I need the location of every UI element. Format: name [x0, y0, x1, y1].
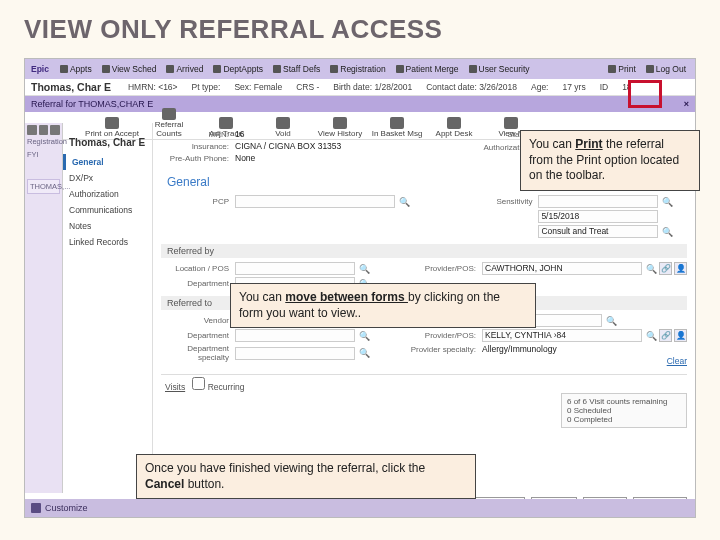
dept-specialty-label: Department specialty	[161, 344, 235, 362]
recurring-checkbox[interactable]	[192, 377, 205, 390]
person-icon[interactable]: 👤	[674, 329, 687, 342]
search-icon[interactable]: 🔍	[359, 348, 370, 359]
menu-patient-merge[interactable]: Patient Merge	[391, 64, 464, 74]
dept-label: Department	[161, 279, 235, 288]
person-icon[interactable]: 👤	[674, 262, 687, 275]
date-input[interactable]: 5/15/2018	[538, 210, 658, 223]
provider-to-label: Provider/POS:	[408, 331, 482, 340]
provider-pos-input[interactable]: CAWTHORN, JOHN	[482, 262, 642, 275]
lock-icon	[469, 65, 477, 73]
rail-fyi[interactable]: FYI	[27, 150, 60, 159]
callout-cancel: Once you have finished viewing the refer…	[136, 454, 476, 499]
search-icon[interactable]: 🔍	[646, 263, 657, 274]
search-icon[interactable]: 🔍	[606, 315, 617, 326]
visits-label: Visits	[165, 382, 185, 392]
visits-section: Visits Recurring	[161, 374, 687, 394]
rail-registration[interactable]: Registration	[27, 137, 60, 146]
search-icon[interactable]: 🔍	[662, 196, 673, 207]
ins-label: Insurance:	[161, 142, 235, 151]
patient-header: Thomas, Char E HMRN: <16> Pt type: Sex: …	[25, 79, 695, 96]
printer-icon	[608, 65, 616, 73]
menu-user-security[interactable]: User Security	[464, 64, 535, 74]
dept-specialty-input[interactable]	[235, 347, 355, 360]
callout-move: You can move between forms by clicking o…	[230, 283, 536, 328]
prov-specialty-value: Allergy/Immunology	[482, 344, 557, 354]
callout-print: You can Print the referral from the Prin…	[520, 130, 700, 191]
clipboard-icon	[330, 65, 338, 73]
search-icon[interactable]: 🔍	[359, 330, 370, 341]
rail-tab-patient[interactable]: THOMAS,...	[27, 179, 60, 194]
dept-to-label: Department	[161, 331, 235, 340]
dept-to-input[interactable]	[235, 329, 355, 342]
check-icon	[166, 65, 174, 73]
location-pos-input[interactable]	[235, 262, 355, 275]
nav-communications[interactable]: Communications	[63, 202, 152, 218]
nav-general[interactable]: General	[63, 154, 152, 170]
link-icon[interactable]: 🔗	[659, 262, 672, 275]
menu-view-sched[interactable]: View Sched	[97, 64, 162, 74]
sensitivity-label: Sensitivity	[464, 197, 538, 206]
prov-specialty-label: Provider specialty:	[408, 345, 482, 354]
search-icon[interactable]: 🔍	[399, 196, 410, 207]
grid-icon	[60, 65, 68, 73]
referral-bar: Referral for THOMAS,CHAR E ×	[25, 96, 695, 112]
menu-appts[interactable]: Appts	[55, 64, 97, 74]
merge-icon	[396, 65, 404, 73]
customize-link[interactable]: Customize	[45, 503, 88, 513]
visit-counts-card: 6 of 6 Visit counts remaining 0 Schedule…	[561, 393, 687, 428]
class-input[interactable]: Consult and Treat	[538, 225, 658, 238]
print-highlight-box	[628, 80, 662, 108]
patient-name: Thomas, Char E	[31, 81, 121, 93]
nav-notes[interactable]: Notes	[63, 218, 152, 234]
provider-to-input[interactable]: KELLY, CYNTHIA ›84	[482, 329, 642, 342]
mrn-label: MRN:	[161, 130, 235, 139]
counts-scheduled: 0 Scheduled	[567, 406, 681, 415]
logout-icon	[646, 65, 654, 73]
slide-title: VIEW ONLY REFERRAL ACCESS	[0, 0, 720, 55]
link-icon[interactable]: 🔗	[659, 329, 672, 342]
close-icon[interactable]: ×	[684, 99, 689, 109]
preauth-value: None	[235, 153, 255, 163]
pin-icon[interactable]	[50, 125, 60, 135]
menubar: Epic Appts View Sched Arrived DeptAppts …	[25, 59, 695, 79]
mrn-value: 16	[235, 129, 244, 139]
pcp-input[interactable]	[235, 195, 395, 208]
menu-arrived[interactable]: Arrived	[161, 64, 208, 74]
counts-remaining: 6 of 6 Visit counts remaining	[567, 397, 681, 406]
search-icon[interactable]: 🔍	[662, 226, 673, 237]
wrench-icon	[31, 503, 41, 513]
menu-registration[interactable]: Registration	[325, 64, 390, 74]
referral-title: Referral for THOMAS,CHAR E	[31, 99, 153, 109]
recurring-label: Recurring	[208, 382, 245, 392]
ins-value: CIGNA / CIGNA BOX 31353	[235, 141, 341, 151]
menu-staff-defs[interactable]: Staff Defs	[268, 64, 325, 74]
preauth-label: Pre-Auth Phone:	[161, 154, 235, 163]
counts-completed: 0 Completed	[567, 415, 681, 424]
chevron-right-icon[interactable]	[39, 125, 49, 135]
sensitivity-input[interactable]	[538, 195, 658, 208]
chevron-left-icon[interactable]	[27, 125, 37, 135]
section-referred-by: Referred by	[161, 244, 687, 258]
rail-icon-row	[27, 125, 60, 135]
clear-link[interactable]: Clear	[667, 356, 687, 366]
nav-authorization[interactable]: Authorization	[63, 186, 152, 202]
pcp-label: PCP	[161, 197, 235, 206]
menu-deptappts[interactable]: DeptAppts	[208, 64, 268, 74]
location-pos-label: Location / POS	[161, 264, 235, 273]
customize-bar: Customize	[25, 499, 695, 517]
provider-pos-label: Provider/POS:	[408, 264, 482, 273]
search-icon[interactable]: 🔍	[359, 263, 370, 274]
form-nav: Thomas, Char E General DX/Px Authorizati…	[63, 123, 153, 493]
left-rail: Registration FYI THOMAS,...	[25, 123, 63, 493]
info-name: Thomas, Char E	[69, 137, 146, 148]
list-icon	[213, 65, 221, 73]
search-icon[interactable]: 🔍	[646, 330, 657, 341]
brand-logo: Epic	[29, 64, 55, 74]
nav-dxpx[interactable]: DX/Px	[63, 170, 152, 186]
vendor-label: Vendor	[161, 316, 235, 325]
menu-print[interactable]: Print	[603, 64, 640, 74]
nav-linked-records[interactable]: Linked Records	[63, 234, 152, 250]
person-icon	[273, 65, 281, 73]
list-icon	[162, 108, 176, 120]
menu-logout[interactable]: Log Out	[641, 64, 691, 74]
